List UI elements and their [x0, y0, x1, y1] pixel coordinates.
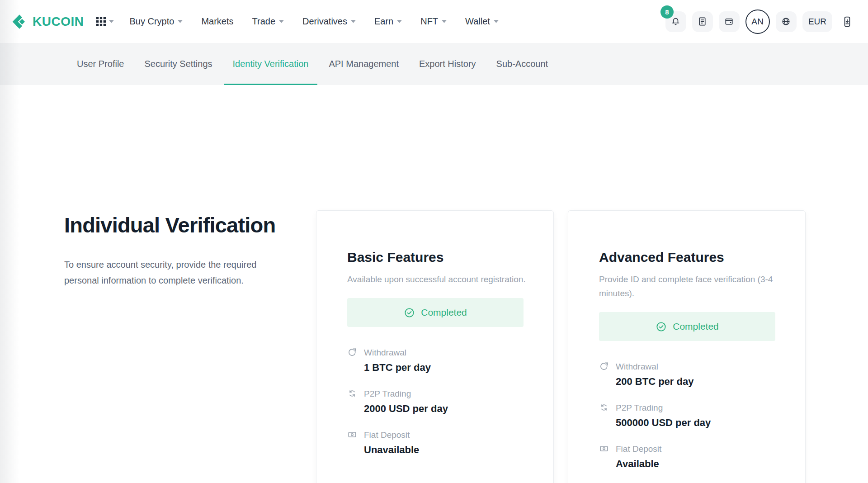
fiat-deposit-icon: [599, 444, 610, 455]
currency-button[interactable]: EUR: [802, 11, 832, 32]
p2p-trading-icon: [599, 402, 610, 413]
top-header: KUCOIN Buy Crypto Markets Trade Derivati…: [0, 0, 868, 43]
row-label: Fiat Deposit: [364, 430, 419, 440]
orders-icon: [697, 16, 708, 27]
nav-item-derivatives[interactable]: Derivatives: [302, 16, 356, 27]
card-advanced-features: Advanced Features Provide ID and complet…: [568, 210, 806, 483]
row-value: Available: [616, 458, 661, 470]
chevron-down-icon: [442, 20, 447, 23]
app-download-icon: [841, 13, 853, 31]
brand-wordmark: KUCOIN: [33, 14, 84, 29]
feature-row: P2P Trading 500000 USD per day: [599, 403, 782, 429]
row-label: Fiat Deposit: [616, 444, 661, 454]
avatar[interactable]: AN: [745, 9, 770, 34]
verification-cards: Basic Features Available upon successful…: [316, 210, 806, 483]
feature-row: P2P Trading 2000 USD per day: [347, 389, 530, 415]
wallet-icon: [724, 16, 734, 27]
nav-item-markets[interactable]: Markets: [201, 16, 233, 27]
row-value: 500000 USD per day: [616, 417, 711, 429]
language-button[interactable]: [776, 11, 797, 32]
nav-item-wallet[interactable]: Wallet: [465, 16, 499, 27]
globe-icon: [781, 16, 791, 27]
p2p-trading-icon: [347, 388, 358, 399]
card-basic-features: Basic Features Available upon successful…: [316, 210, 554, 483]
status-label: Completed: [421, 307, 467, 318]
chevron-down-icon: [109, 20, 114, 23]
withdrawal-icon: [347, 347, 358, 358]
main-nav: Buy Crypto Markets Trade Derivatives Ear…: [129, 16, 498, 27]
notification-count-badge: 8: [660, 5, 674, 19]
account-tab-bar: User Profile Security Settings Identity …: [0, 43, 868, 85]
tab-api-management[interactable]: API Management: [329, 43, 399, 85]
feature-row: Fiat Deposit Available: [599, 444, 782, 470]
tab-user-profile[interactable]: User Profile: [77, 43, 124, 85]
row-label: P2P Trading: [616, 403, 711, 413]
row-label: Withdrawal: [616, 362, 693, 372]
chevron-down-icon: [397, 20, 402, 23]
page-title: Individual Verification: [64, 213, 290, 237]
chevron-down-icon: [494, 20, 499, 23]
card-title: Basic Features: [347, 250, 530, 265]
chevron-down-icon: [351, 20, 356, 23]
row-value: 1 BTC per day: [364, 362, 431, 374]
page-description: To ensure account security, provide the …: [64, 257, 290, 289]
withdrawal-icon: [599, 361, 610, 372]
row-value: 2000 USD per day: [364, 403, 448, 415]
kucoin-logo[interactable]: KUCOIN: [10, 13, 84, 31]
tab-identity-verification[interactable]: Identity Verification: [233, 43, 309, 85]
apps-grid-icon: [96, 17, 106, 26]
row-label: Withdrawal: [364, 348, 431, 358]
feature-row: Withdrawal 1 BTC per day: [347, 348, 530, 374]
kucoin-logo-icon: [10, 13, 28, 31]
card-title: Advanced Features: [599, 250, 782, 265]
orders-button[interactable]: [692, 11, 713, 32]
bell-icon: [670, 16, 681, 27]
feature-row: Withdrawal 200 BTC per day: [599, 362, 782, 388]
nav-item-buy-crypto[interactable]: Buy Crypto: [129, 16, 183, 27]
apps-menu-button[interactable]: [96, 17, 114, 26]
feature-rows: Withdrawal 200 BTC per day P2P Trading 5…: [599, 362, 782, 470]
status-label: Completed: [673, 321, 719, 332]
row-value: 200 BTC per day: [616, 376, 693, 388]
row-label: P2P Trading: [364, 389, 448, 399]
feature-rows: Withdrawal 1 BTC per day P2P Trading 200…: [347, 348, 530, 456]
assets-button[interactable]: [719, 11, 740, 32]
notifications-button[interactable]: 8: [665, 11, 686, 32]
nav-item-nft[interactable]: NFT: [420, 16, 447, 27]
app-download-button[interactable]: [838, 11, 856, 32]
status-badge: Completed: [599, 312, 775, 341]
header-actions: 8 AN EUR: [665, 9, 856, 34]
nav-item-trade[interactable]: Trade: [252, 16, 284, 27]
fiat-deposit-icon: [347, 430, 358, 440]
check-circle-icon: [404, 307, 415, 318]
tab-export-history[interactable]: Export History: [419, 43, 476, 85]
tab-sub-account[interactable]: Sub-Account: [496, 43, 548, 85]
tab-security-settings[interactable]: Security Settings: [144, 43, 212, 85]
page-intro: Individual Verification To ensure accoun…: [64, 213, 290, 289]
card-subtitle: Available upon successful account regist…: [347, 272, 530, 286]
row-value: Unavailable: [364, 444, 419, 456]
status-badge: Completed: [347, 298, 524, 327]
card-subtitle: Provide ID and complete face verificatio…: [599, 272, 782, 300]
chevron-down-icon: [178, 20, 183, 23]
chevron-down-icon: [279, 20, 284, 23]
main-content: Individual Verification To ensure accoun…: [0, 85, 868, 483]
check-circle-icon: [656, 321, 667, 332]
feature-row: Fiat Deposit Unavailable: [347, 430, 530, 456]
nav-item-earn[interactable]: Earn: [374, 16, 402, 27]
